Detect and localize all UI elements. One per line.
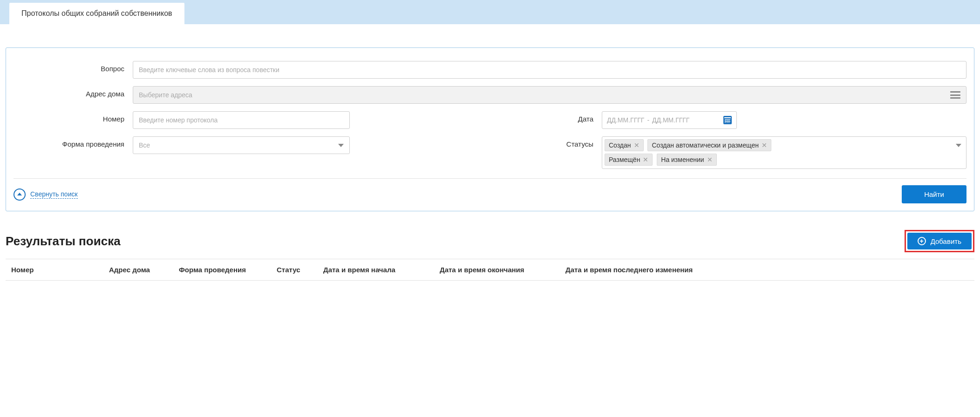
col-modified: Дата и время последнего изменения <box>560 266 974 274</box>
col-address: Адрес дома <box>103 266 173 274</box>
tab-bar: Протоколы общих собраний собственников <box>0 0 980 24</box>
form-select-value: Все <box>139 141 150 149</box>
status-tag-label: На изменении <box>661 156 704 163</box>
form-label: Форма проведения <box>14 136 133 154</box>
chevron-down-icon <box>338 144 344 147</box>
question-input[interactable] <box>133 61 966 79</box>
date-label: Дата <box>490 111 602 129</box>
add-button[interactable]: + Добавить <box>907 233 972 249</box>
table-header-row: Номер Адрес дома Форма проведения Статус… <box>6 259 974 280</box>
status-tag[interactable]: На изменении✕ <box>657 154 716 166</box>
hamburger-icon <box>950 91 960 99</box>
collapse-search-link[interactable]: Свернуть поиск <box>14 188 78 201</box>
calendar-icon[interactable] <box>723 116 732 124</box>
col-number: Номер <box>6 266 103 274</box>
date-to-placeholder: ДД.ММ.ГГГГ <box>652 116 689 124</box>
close-icon[interactable]: ✕ <box>643 156 648 163</box>
tab-protocols[interactable]: Протоколы общих собраний собственников <box>9 3 184 24</box>
status-tag-label: Создан <box>609 141 631 149</box>
close-icon[interactable]: ✕ <box>762 141 767 149</box>
chevron-up-icon <box>14 188 26 201</box>
plus-icon: + <box>918 237 926 245</box>
results-table: Номер Адрес дома Форма проведения Статус… <box>6 259 974 281</box>
col-start: Дата и время начала <box>318 266 434 274</box>
date-range-input[interactable]: ДД.ММ.ГГГГ - ДД.ММ.ГГГГ <box>602 111 737 129</box>
chevron-down-icon[interactable] <box>956 144 961 147</box>
collapse-text: Свернуть поиск <box>30 190 78 199</box>
close-icon[interactable]: ✕ <box>634 141 640 149</box>
results-title: Результаты поиска <box>6 234 121 249</box>
col-form: Форма проведения <box>173 266 271 274</box>
status-tag[interactable]: Размещён✕ <box>605 154 653 166</box>
status-tag[interactable]: Создан автоматически и размещен✕ <box>647 139 771 151</box>
col-end: Дата и время окончания <box>434 266 560 274</box>
number-input[interactable] <box>133 111 350 129</box>
status-label: Статусы <box>490 136 602 169</box>
divider <box>14 178 966 179</box>
status-tag-label: Размещён <box>609 156 640 163</box>
status-multiselect[interactable]: Создан✕ Создан автоматически и размещен✕… <box>602 136 966 169</box>
add-button-highlight: + Добавить <box>905 230 974 252</box>
address-label: Адрес дома <box>14 86 133 98</box>
search-panel: Вопрос Адрес дома Выберите адреса Номер … <box>6 47 974 211</box>
add-button-label: Добавить <box>931 237 961 245</box>
col-status: Статус <box>271 266 318 274</box>
status-tag[interactable]: Создан✕ <box>605 139 644 151</box>
form-select[interactable]: Все <box>133 136 350 154</box>
date-from-placeholder: ДД.ММ.ГГГГ <box>607 116 644 124</box>
close-icon[interactable]: ✕ <box>707 156 713 163</box>
address-placeholder: Выберите адреса <box>139 91 192 99</box>
find-button[interactable]: Найти <box>902 185 966 203</box>
number-label: Номер <box>14 111 133 129</box>
address-select[interactable]: Выберите адреса <box>133 86 966 104</box>
status-tag-label: Создан автоматически и размещен <box>652 141 758 149</box>
date-separator: - <box>647 116 649 124</box>
question-label: Вопрос <box>14 61 133 73</box>
